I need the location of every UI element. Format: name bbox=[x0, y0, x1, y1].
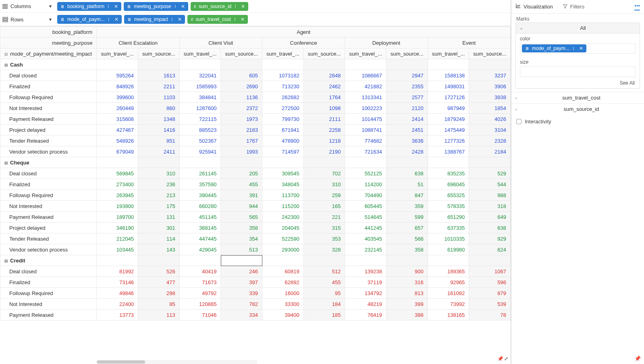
data-cell[interactable]: 1313341 bbox=[345, 92, 386, 103]
data-cell[interactable]: 113 bbox=[138, 310, 180, 320]
marks-all-row[interactable]: ⌄ All bbox=[516, 23, 640, 33]
data-cell[interactable]: 2258 bbox=[303, 125, 345, 135]
data-cell[interactable]: 2414 bbox=[386, 114, 428, 125]
data-cell[interactable]: 799730 bbox=[262, 114, 304, 125]
drag-icon[interactable]: ⁞ bbox=[107, 4, 110, 9]
data-cell[interactable]: 1588138 bbox=[428, 70, 469, 81]
data-cell[interactable]: 138165 bbox=[428, 310, 469, 320]
row-label[interactable]: Finalized bbox=[0, 179, 97, 190]
data-cell[interactable]: 259 bbox=[303, 190, 345, 201]
data-cell[interactable]: 900 bbox=[386, 266, 428, 277]
data-cell[interactable]: 987949 bbox=[428, 103, 469, 114]
data-cell[interactable]: 1014475 bbox=[345, 114, 386, 125]
data-cell[interactable]: 565 bbox=[221, 212, 262, 223]
header-measure[interactable]: sum_source... bbox=[303, 48, 345, 59]
data-cell[interactable]: 451145 bbox=[179, 212, 221, 223]
tab-filters[interactable]: Filters bbox=[563, 4, 584, 10]
chevron-down-icon[interactable]: ▼ bbox=[48, 17, 52, 22]
data-cell[interactable]: 165 bbox=[303, 201, 345, 212]
data-cell[interactable]: 39400 bbox=[262, 310, 304, 320]
data-cell[interactable]: 189365 bbox=[428, 266, 469, 277]
data-cell[interactable]: 512 bbox=[303, 266, 345, 277]
data-cell[interactable]: 262682 bbox=[262, 92, 304, 103]
expand-icon[interactable]: ⤢ bbox=[504, 356, 508, 362]
data-cell[interactable]: 3237 bbox=[469, 70, 511, 81]
row-label[interactable]: Project delayed bbox=[0, 223, 97, 233]
data-cell[interactable]: 1727126 bbox=[428, 92, 469, 103]
data-cell[interactable]: 4026 bbox=[469, 114, 511, 125]
data-cell[interactable]: 441245 bbox=[345, 223, 386, 233]
data-cell[interactable]: 526 bbox=[138, 266, 180, 277]
header-measure[interactable]: sum_travel_... bbox=[179, 48, 221, 59]
row-label[interactable]: Not Interested bbox=[0, 201, 97, 212]
data-cell[interactable]: 702 bbox=[303, 168, 345, 179]
data-cell[interactable]: 348045 bbox=[262, 179, 304, 190]
data-cell[interactable]: 391 bbox=[221, 190, 262, 201]
header-purpose[interactable]: Client Escalation bbox=[97, 37, 179, 48]
data-cell[interactable]: 71046 bbox=[179, 310, 221, 320]
data-cell[interactable]: 298 bbox=[138, 288, 180, 299]
data-cell[interactable]: 22400 bbox=[97, 299, 138, 310]
data-cell[interactable]: 860 bbox=[138, 103, 180, 114]
header-measure[interactable]: sum_source... bbox=[386, 48, 428, 59]
close-icon[interactable]: ✕ bbox=[239, 17, 246, 22]
data-cell[interactable]: 427467 bbox=[97, 125, 138, 135]
data-cell[interactable]: 2190 bbox=[303, 146, 345, 157]
data-cell[interactable]: 334 bbox=[221, 310, 262, 320]
data-cell[interactable]: 2183 bbox=[221, 125, 262, 135]
data-cell[interactable]: 92965 bbox=[428, 277, 469, 288]
data-cell[interactable]: 3636 bbox=[386, 135, 428, 146]
data-cell[interactable]: 246 bbox=[221, 266, 262, 277]
data-cell[interactable]: 657 bbox=[386, 223, 428, 233]
close-icon[interactable]: ✕ bbox=[239, 4, 247, 9]
data-cell[interactable]: 2428 bbox=[386, 146, 428, 157]
data-cell[interactable]: 357590 bbox=[179, 179, 221, 190]
data-cell[interactable]: 455 bbox=[221, 179, 262, 190]
data-cell[interactable]: 73992 bbox=[428, 299, 469, 310]
data-cell[interactable]: 139238 bbox=[345, 266, 386, 277]
data-cell[interactable]: 368145 bbox=[179, 223, 221, 233]
data-cell[interactable]: 13773 bbox=[97, 310, 138, 320]
data-cell[interactable]: 637335 bbox=[428, 223, 469, 233]
data-cell[interactable]: 514645 bbox=[345, 212, 386, 223]
data-cell[interactable]: 49792 bbox=[179, 288, 221, 299]
data-cell[interactable]: 309545 bbox=[262, 168, 304, 179]
data-cell[interactable]: 671941 bbox=[262, 125, 304, 135]
row-label[interactable]: Not Interested bbox=[0, 103, 97, 114]
data-cell[interactable]: 447445 bbox=[179, 233, 221, 244]
data-cell[interactable]: 596 bbox=[469, 277, 511, 288]
header-measure[interactable]: sum_travel_... bbox=[345, 48, 386, 59]
data-cell[interactable]: 315608 bbox=[97, 114, 138, 125]
data-cell[interactable]: 929 bbox=[469, 233, 511, 244]
data-cell[interactable]: 624 bbox=[469, 244, 511, 255]
data-cell[interactable]: 315 bbox=[303, 223, 345, 233]
data-cell[interactable]: 403545 bbox=[345, 233, 386, 244]
data-cell[interactable]: 273400 bbox=[97, 179, 138, 190]
data-cell[interactable]: 1073182 bbox=[262, 70, 304, 81]
collapse-icon[interactable]: ⊟ bbox=[4, 63, 8, 67]
data-cell[interactable]: 359 bbox=[386, 201, 428, 212]
field-pill[interactable]: 🗎mode_of_paym...⁞✕ bbox=[57, 15, 122, 24]
data-cell[interactable]: 2462 bbox=[303, 81, 345, 92]
data-cell[interactable]: 328 bbox=[303, 244, 345, 255]
field-pill[interactable]: 🗎meeting_impact⁞✕ bbox=[124, 15, 185, 24]
data-cell[interactable]: 232145 bbox=[345, 244, 386, 255]
data-cell[interactable]: 522590 bbox=[262, 233, 304, 244]
data-cell[interactable]: 548926 bbox=[97, 135, 138, 146]
rows-shelf-label[interactable]: Rows ▼ bbox=[2, 17, 55, 23]
data-cell[interactable]: 49846 bbox=[97, 288, 138, 299]
data-cell[interactable]: 33300 bbox=[262, 299, 304, 310]
data-cell[interactable]: 704490 bbox=[345, 190, 386, 201]
data-cell[interactable]: 310 bbox=[303, 179, 345, 190]
header-measure[interactable]: sum_travel_... bbox=[262, 48, 304, 59]
row-label[interactable]: Followup Required bbox=[0, 92, 97, 103]
data-cell[interactable]: 774682 bbox=[345, 135, 386, 146]
data-cell[interactable]: 1088741 bbox=[345, 125, 386, 135]
data-cell[interactable]: 722115 bbox=[179, 114, 221, 125]
data-cell[interactable]: 260449 bbox=[97, 103, 138, 114]
data-cell[interactable]: 1348 bbox=[138, 114, 180, 125]
data-cell[interactable]: 120865 bbox=[179, 299, 221, 310]
data-cell[interactable]: 272500 bbox=[262, 103, 304, 114]
data-cell[interactable]: 358 bbox=[221, 223, 262, 233]
data-cell[interactable]: 397 bbox=[221, 277, 262, 288]
